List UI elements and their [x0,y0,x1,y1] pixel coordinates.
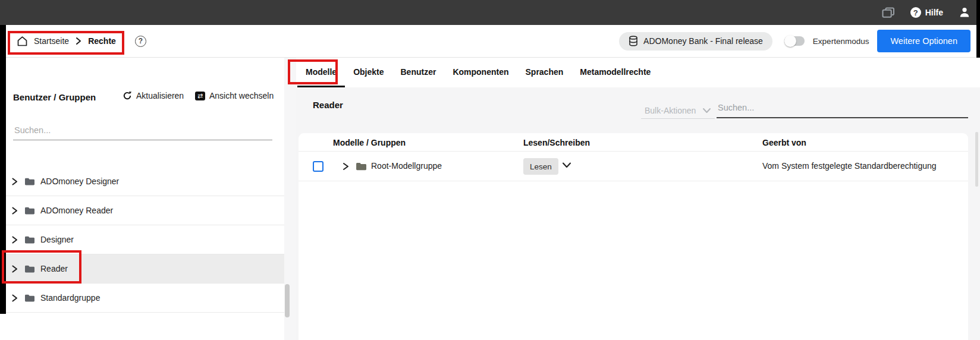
tree-item-adomoney-designer[interactable]: ADOmoney Designer [6,167,284,196]
windows-icon[interactable] [882,7,895,18]
users-search [13,123,272,140]
column-read-write: Lesen/Schreiben [523,138,590,147]
folder-icon [24,206,34,215]
chevron-down-icon [702,108,711,114]
models-search [717,100,968,118]
database-icon [629,36,638,46]
models-search-input[interactable] [717,100,968,117]
folder-icon [356,162,366,171]
column-models-groups: Modelle / Gruppen [333,138,406,147]
model-group-name[interactable]: Root-Modellgruppe [371,161,442,171]
switch-view-button[interactable]: ⇄ Ansicht wechseln [195,91,274,100]
models-table-card: Modelle / Gruppen Lesen/Schreiben Geerbt… [299,133,968,340]
expert-mode-toggle[interactable] [784,36,805,46]
breadcrumb-home[interactable]: Startseite [34,36,69,46]
user-icon[interactable] [959,7,970,18]
switch-view-label: Ansicht wechseln [209,91,274,100]
chevron-right-icon[interactable] [11,206,18,215]
chevron-right-icon[interactable] [11,177,18,186]
screen: ? Hilfe Startseite Rechte ? [0,0,980,340]
screen-edge-right [976,0,980,58]
header-actions: ADOMoney Bank - Final release Expertenmo… [619,30,976,52]
folder-icon [24,265,34,273]
tree-item-label: Reader [40,264,68,273]
tree-item-standardgruppe[interactable]: Standardgruppe [6,284,284,313]
expert-mode-label: Expertenmodus [813,37,869,46]
toggle-knob [784,35,796,47]
table-row: Root-Modellgruppe Lesen Vom System festg… [299,152,968,181]
chevron-right-icon[interactable] [341,162,350,171]
refresh-icon [122,91,132,100]
refresh-button[interactable]: Aktualisieren [122,91,184,100]
permission-button[interactable]: Lesen [523,158,558,175]
page-help-icon[interactable]: ? [135,36,146,47]
groups-tree: ADOmoney Designer ADOmoney Reader Design… [6,167,284,313]
chevron-right-icon [75,37,82,45]
bulk-actions-dropdown[interactable]: Bulk-Aktionen [641,103,715,119]
tree-item-label: Designer [40,235,74,244]
help-label: Hilfe [925,8,943,17]
tab-bar: Modelle Objekte Benutzer Komponenten Spr… [296,58,980,87]
tab-modelle[interactable]: Modelle [297,58,345,87]
chevron-right-icon[interactable] [11,294,18,303]
tree-item-adomoney-reader[interactable]: ADOmoney Reader [6,196,284,225]
tab-metamodellrechte[interactable]: Metamodellrechte [571,58,659,87]
users-groups-panel: Benutzer / Gruppen Aktualisieren ⇄ Ansic… [6,58,284,340]
column-inherited-from: Geerbt von [762,138,806,147]
chevron-right-icon[interactable] [11,235,18,244]
table-header: Modelle / Gruppen Lesen/Schreiben Geerbt… [299,133,968,152]
tab-objekte[interactable]: Objekte [345,58,392,87]
header-bar: Startseite Rechte ? ADOMoney Bank - Fina… [6,25,976,58]
top-bar: ? Hilfe [0,0,980,25]
folder-icon [24,177,34,186]
left-panel-scrollbar[interactable] [285,284,290,317]
refresh-label: Aktualisieren [136,91,184,100]
tree-item-reader[interactable]: Reader [6,254,284,284]
permission-chevron-down-icon[interactable] [561,162,572,169]
repository-pill[interactable]: ADOMoney Bank - Final release [619,32,772,51]
chevron-right-icon[interactable] [11,265,18,273]
rights-main-panel: Modelle Objekte Benutzer Komponenten Spr… [296,58,980,340]
tree-item-label: ADOmoney Reader [40,206,113,215]
users-search-input[interactable] [13,123,272,140]
help-button[interactable]: ? Hilfe [910,7,943,18]
row-checkbox[interactable] [313,161,323,172]
folder-icon [24,294,34,303]
screen-edge-left [0,25,6,314]
main-scrollbar[interactable] [975,132,978,187]
tab-benutzer[interactable]: Benutzer [392,58,444,87]
home-icon[interactable] [17,36,28,47]
tree-item-designer[interactable]: Designer [6,225,284,254]
repository-label: ADOMoney Bank - Final release [643,36,763,46]
inherited-from-value: Vom System festgelegte Standardberechtig… [762,161,937,171]
breadcrumb: Startseite Rechte ? [6,36,146,47]
tab-sprachen[interactable]: Sprachen [517,58,572,87]
tree-item-label: Standardgruppe [40,293,100,303]
bulk-actions-label: Bulk-Aktionen [645,106,696,115]
help-icon: ? [910,7,921,18]
more-options-button[interactable]: Weitere Optionen [877,30,970,52]
tree-item-label: ADOmoney Designer [40,177,119,186]
folder-icon [24,235,34,244]
switch-view-icon: ⇄ [195,92,205,100]
panel-title: Benutzer / Gruppen [13,92,96,102]
tab-komponenten[interactable]: Komponenten [444,58,517,87]
breadcrumb-current: Rechte [88,36,116,46]
selected-group-heading: Reader [313,100,343,110]
